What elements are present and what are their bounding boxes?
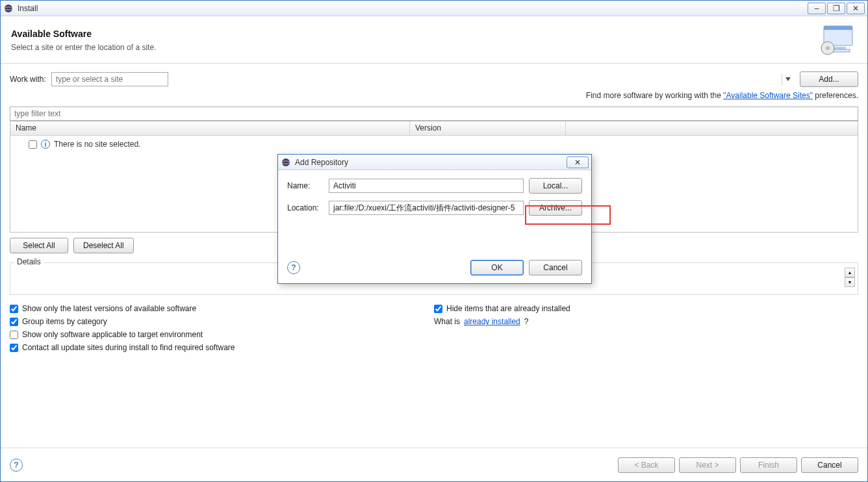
details-spinner: ▲ ▼	[845, 268, 855, 287]
opt-hide-installed[interactable]: Hide items that are already installed	[434, 304, 858, 313]
page-title: Available Software	[11, 29, 818, 39]
details-down-icon[interactable]: ▼	[845, 277, 855, 287]
opt-target-env[interactable]: Show only software applicable to target …	[10, 330, 434, 339]
svg-point-7	[826, 46, 830, 50]
add-repository-dialog: Add Repository ✕ Name: Local... Location…	[277, 154, 592, 284]
archive-button[interactable]: Archive...	[529, 200, 582, 216]
select-all-button[interactable]: Select All	[10, 238, 68, 253]
window-controls: – ❐ ✕	[808, 3, 865, 14]
work-with-label: Work with:	[10, 75, 46, 84]
modal-titlebar: Add Repository ✕	[278, 155, 591, 170]
opt-latest[interactable]: Show only the latest versions of availab…	[10, 304, 434, 313]
name-label: Name:	[287, 181, 324, 190]
location-input[interactable]	[329, 201, 524, 215]
opt-hide-installed-checkbox[interactable]	[434, 305, 442, 313]
whatis-row: What is already installed?	[434, 317, 858, 326]
details-up-icon[interactable]: ▲	[845, 268, 855, 277]
svg-marker-8	[785, 77, 791, 81]
hint-prefix: Find more software by working with the	[586, 91, 723, 100]
ok-button[interactable]: OK	[470, 260, 524, 275]
titlebar: Install – ❐ ✕	[1, 1, 867, 16]
wizard-header-text: Available Software Select a site or ente…	[11, 29, 818, 52]
back-button[interactable]: < Back	[618, 457, 675, 473]
svg-rect-3	[824, 26, 852, 30]
empty-message: There is no site selected.	[54, 140, 140, 149]
add-site-button[interactable]: Add...	[800, 71, 858, 87]
modal-help-icon[interactable]: ?	[287, 261, 300, 274]
opt-group[interactable]: Group items by category	[10, 317, 434, 326]
opt-contact[interactable]: Contact all update sites during install …	[10, 343, 434, 352]
install-graphic-icon	[818, 24, 857, 57]
local-button[interactable]: Local...	[529, 178, 582, 194]
page-subtitle: Select a site or enter the location of a…	[11, 43, 818, 52]
finish-button[interactable]: Finish	[740, 457, 797, 473]
opt-contact-checkbox[interactable]	[10, 344, 18, 352]
modal-cancel-button[interactable]: Cancel	[529, 260, 582, 275]
minimize-button[interactable]: –	[808, 3, 826, 14]
col-version[interactable]: Version	[410, 121, 566, 135]
opt-target-env-checkbox[interactable]	[10, 331, 18, 339]
svg-point-9	[282, 159, 290, 166]
available-sites-link[interactable]: "Available Software Sites"	[723, 91, 813, 100]
work-with-input[interactable]	[51, 72, 168, 86]
cancel-button[interactable]: Cancel	[801, 457, 858, 473]
modal-title: Add Repository	[295, 158, 567, 167]
opt-group-checkbox[interactable]	[10, 318, 18, 326]
hint-suffix: preferences.	[813, 91, 858, 100]
sites-hint: Find more software by working with the "…	[10, 91, 858, 100]
work-with-select-wrap	[51, 72, 795, 86]
col-empty	[566, 121, 858, 135]
close-button[interactable]: ✕	[847, 3, 865, 14]
help-icon[interactable]: ?	[10, 459, 23, 472]
details-legend: Details	[14, 257, 44, 266]
already-installed-link[interactable]: already installed	[464, 317, 520, 326]
modal-footer: ? OK Cancel	[278, 252, 591, 283]
svg-point-0	[5, 5, 12, 12]
name-row: Name: Local...	[287, 178, 582, 194]
location-row: Location: Archive...	[287, 200, 582, 216]
info-icon: i	[41, 140, 50, 149]
deselect-all-button[interactable]: Deselect All	[73, 238, 134, 253]
opt-latest-checkbox[interactable]	[10, 305, 18, 313]
table-header: Name Version	[10, 121, 858, 136]
window-title: Install	[18, 4, 808, 13]
col-name[interactable]: Name	[10, 121, 410, 135]
eclipse-icon	[3, 3, 14, 14]
wizard-header: Available Software Select a site or ente…	[1, 16, 867, 64]
empty-row: i There is no site selected.	[16, 138, 852, 150]
wizard-footer: ? < Back Next > Finish Cancel	[1, 448, 867, 481]
table-body: i There is no site selected.	[10, 136, 858, 153]
next-button[interactable]: Next >	[679, 457, 736, 473]
name-input[interactable]	[329, 179, 524, 193]
maximize-button[interactable]: ❐	[827, 3, 845, 14]
options-grid: Show only the latest versions of availab…	[10, 304, 858, 352]
work-with-dropdown-arrow[interactable]	[782, 73, 793, 85]
modal-close-button[interactable]: ✕	[567, 157, 589, 168]
work-with-row: Work with: Add...	[10, 71, 858, 87]
modal-body: Name: Local... Location: Archive...	[278, 170, 591, 216]
filter-input[interactable]	[10, 107, 858, 121]
empty-row-checkbox[interactable]	[29, 140, 37, 149]
eclipse-icon	[281, 157, 291, 168]
location-label: Location:	[287, 203, 324, 212]
footer-help: ?	[10, 459, 614, 472]
